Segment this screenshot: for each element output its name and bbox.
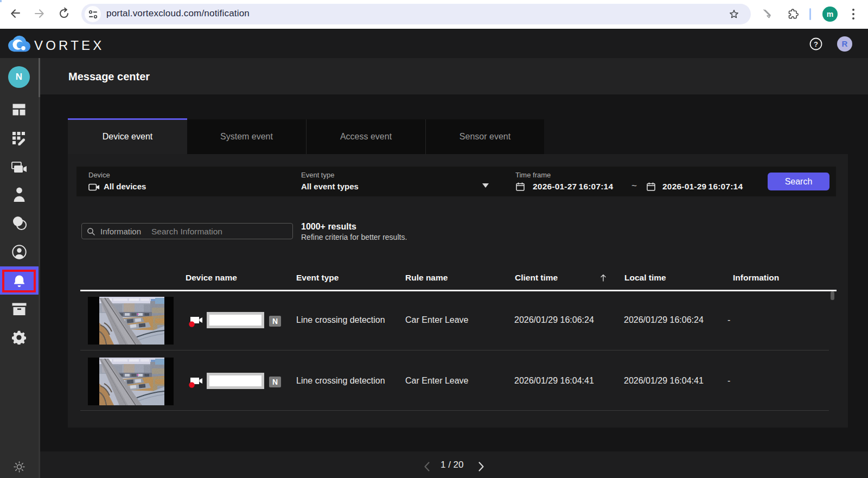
svg-text:?: ? <box>814 40 818 48</box>
